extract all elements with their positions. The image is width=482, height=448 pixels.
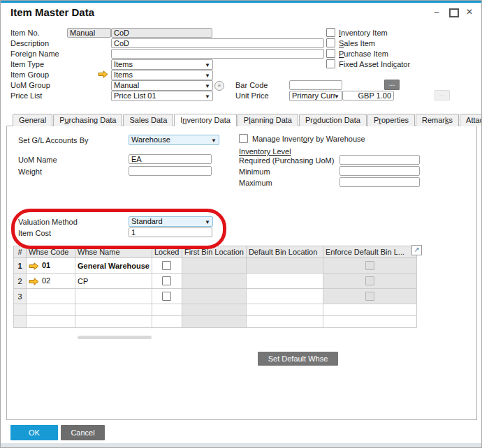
inventory-item-checkbox[interactable] [326, 28, 335, 37]
first-bin-cell [182, 274, 246, 289]
tab-attachments[interactable]: Attachments [460, 114, 482, 126]
minimum-field[interactable] [339, 166, 420, 176]
enforce-default-bin-cell [323, 304, 416, 316]
uom-name-field[interactable]: EA [129, 154, 212, 164]
item-group-label: Item Group [10, 70, 49, 80]
uom-list-icon[interactable]: ≡ [214, 81, 224, 91]
sales-item-checkbox[interactable] [326, 38, 335, 47]
tab-planning-data[interactable]: Planning Data [238, 114, 298, 126]
tab-strip: GeneralPurchasing DataSales DataInventor… [13, 114, 482, 126]
tab-production-data[interactable]: Production Data [299, 114, 367, 126]
row-number[interactable]: 3 [14, 289, 27, 304]
whse-code-cell[interactable] [27, 289, 75, 304]
default-bin-cell[interactable] [246, 289, 323, 304]
item-cost-field[interactable]: 1 [129, 227, 212, 237]
required-label: Required (Purchasing UoM) [239, 156, 334, 165]
price-list-dropdown[interactable]: Price List 01▼ [111, 91, 213, 101]
minimize-icon[interactable]: – [431, 7, 442, 17]
row-number[interactable]: 1 [14, 258, 27, 274]
bar-code-field[interactable] [289, 80, 342, 90]
link-arrow-icon[interactable] [29, 278, 39, 285]
table-row: 2 02 CP [14, 274, 417, 289]
item-group-dropdown[interactable]: Items▼ [111, 70, 213, 80]
foreign-name-field[interactable] [111, 49, 324, 59]
uom-group-dropdown[interactable]: Manual▼ [111, 80, 213, 91]
default-bin-cell[interactable] [246, 274, 323, 289]
enforce-default-bin-cell [323, 289, 416, 304]
link-arrow-icon[interactable] [98, 70, 108, 78]
table-row: 3 [14, 289, 417, 304]
tab-purchasing-data[interactable]: Purchasing Data [53, 114, 122, 126]
enforce-default-bin-checkbox [365, 261, 374, 270]
enforce-default-bin-checkbox [365, 292, 374, 301]
unit-price-currency-dropdown[interactable]: Primary Curr▼ [289, 91, 342, 101]
locked-checkbox[interactable] [162, 276, 171, 285]
whse-name-cell[interactable] [75, 289, 152, 304]
tab-general[interactable]: General [13, 114, 52, 126]
uom-name-label: UoM Name [18, 156, 57, 165]
maximize-icon[interactable] [449, 8, 459, 17]
whse-code-cell [27, 316, 75, 328]
inventory-level-link[interactable]: Inventory Level [239, 147, 291, 156]
enforce-default-bin-cell [323, 274, 416, 289]
set-default-whse-button[interactable]: Set Default Whse [258, 352, 338, 366]
whse-name-cell[interactable]: General Warehouse [75, 258, 152, 274]
col-header-locked[interactable]: Locked [152, 246, 182, 258]
gl-accounts-dropdown[interactable]: Warehouse▼ [129, 135, 219, 145]
item-type-dropdown[interactable]: Items▼ [111, 59, 213, 70]
description-field[interactable]: CoD [111, 38, 324, 48]
locked-cell [152, 304, 182, 316]
item-no-field[interactable]: CoD [111, 28, 212, 38]
required-field[interactable] [339, 155, 420, 165]
uom-group-label: UoM Group [10, 81, 50, 90]
col-header-num[interactable]: # [14, 246, 27, 258]
row-number [14, 304, 27, 316]
ok-button[interactable]: OK [10, 425, 58, 440]
whse-code-cell[interactable]: 02 [27, 274, 75, 289]
whse-code-cell[interactable]: 01 [27, 258, 75, 274]
item-no-series-field[interactable]: Manual [67, 28, 111, 38]
tab-inventory-data[interactable]: Inventory Data [174, 114, 237, 126]
chevron-down-icon: ▼ [205, 218, 210, 227]
bar-code-browse-button[interactable]: ... [384, 80, 400, 90]
purchase-item-checkbox[interactable] [326, 49, 335, 58]
cancel-button[interactable]: Cancel [61, 425, 105, 440]
maximum-label: Maximum [239, 179, 272, 188]
row-number [14, 316, 27, 328]
unit-price-field[interactable]: GBP 1.00 [342, 91, 394, 100]
weight-field[interactable] [129, 166, 212, 176]
locked-checkbox[interactable] [162, 292, 171, 301]
first-bin-cell [182, 316, 246, 328]
tab-properties[interactable]: Properties [367, 114, 415, 126]
first-bin-cell [182, 304, 246, 316]
fixed-asset-indicator-label: Fixed Asset Indicator [339, 60, 410, 69]
link-arrow-icon[interactable] [29, 262, 39, 270]
col-header-default-bin[interactable]: Default Bin Location [246, 246, 323, 258]
col-header-whse-code[interactable]: Whse Code [27, 246, 75, 258]
default-bin-cell [246, 316, 323, 328]
fixed-asset-indicator-checkbox[interactable] [326, 59, 335, 68]
valuation-method-dropdown[interactable]: Standard▼ [129, 216, 213, 227]
weight-label: Weight [18, 167, 42, 177]
window-bottom-edge [1, 443, 481, 447]
enforce-default-bin-checkbox [365, 276, 374, 285]
tab-remarks[interactable]: Remarks [416, 114, 459, 126]
col-header-first-bin[interactable]: First Bin Location [182, 246, 246, 258]
whse-name-cell[interactable]: CP [75, 274, 152, 289]
col-header-whse-name[interactable]: Whse Name [75, 246, 152, 258]
valuation-method-label: Valuation Method [18, 218, 78, 227]
close-icon[interactable]: ✕ [464, 7, 475, 17]
table-row: 1 01 General Warehouse [14, 258, 417, 274]
maximum-field[interactable] [339, 177, 420, 187]
chevron-down-icon: ▼ [334, 92, 339, 101]
row-number[interactable]: 2 [14, 274, 27, 289]
item-type-label: Item Type [10, 60, 44, 69]
manage-inventory-checkbox[interactable] [239, 134, 248, 143]
col-header-enforce-default-bin[interactable]: Enforce Default Bin L... [323, 246, 416, 258]
chevron-down-icon: ▼ [211, 136, 217, 145]
expand-grid-icon[interactable]: ↗ [411, 245, 422, 255]
unit-price-browse-button[interactable]: ... [434, 90, 450, 100]
horizontal-scrollbar-thumb[interactable] [78, 336, 152, 339]
tab-sales-data[interactable]: Sales Data [123, 114, 173, 126]
locked-checkbox[interactable] [162, 261, 171, 270]
